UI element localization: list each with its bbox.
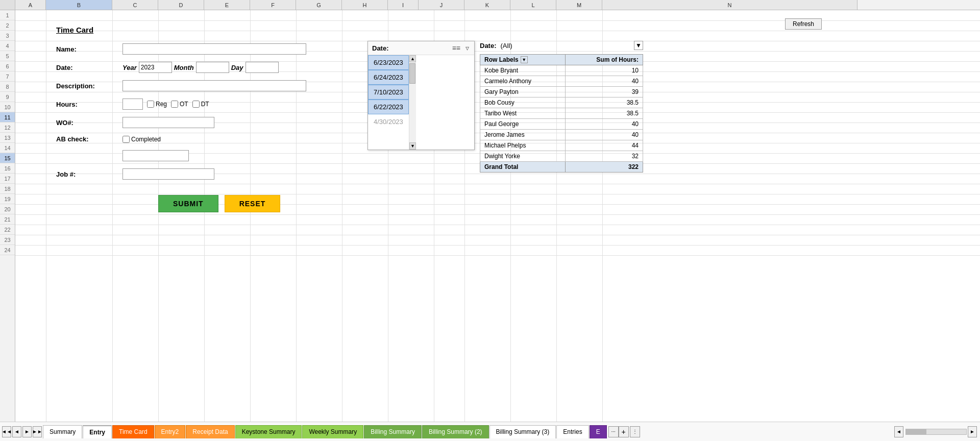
col-header-k[interactable]: K — [464, 0, 510, 10]
tab-billingsummary2[interactable]: Billing Summary (2) — [422, 425, 489, 438]
row-labels-header[interactable]: Row Labels ▼ — [480, 55, 566, 65]
ot-checkbox-label[interactable]: OT — [171, 101, 188, 108]
date-filter-icon[interactable]: ≡≡ — [451, 44, 461, 52]
name-input[interactable] — [122, 43, 306, 55]
scroll-thumb[interactable] — [409, 63, 415, 84]
dt-checkbox[interactable] — [192, 101, 200, 108]
date-item-2[interactable]: 7/10/2023 — [368, 85, 409, 100]
date-scrollbar: ▲ ▼ — [409, 55, 416, 150]
col-header-g[interactable]: G — [296, 0, 342, 10]
row-6: 6 — [0, 61, 15, 71]
col-header-l[interactable]: L — [510, 0, 556, 10]
col-header-i[interactable]: I — [388, 0, 419, 10]
description-input[interactable] — [122, 80, 306, 91]
date-item-3[interactable]: 6/22/2023 — [368, 100, 409, 114]
pivot-table-inner: Row Labels ▼ Sum of Hours: Kobe Bryant 1… — [480, 54, 643, 173]
tab-add-btn[interactable]: + — [619, 426, 629, 437]
pivot-date-label: Date: — [480, 42, 497, 50]
row-13: 13 — [0, 133, 15, 143]
pivot-row: Bob Cousy 38.5 — [480, 97, 643, 108]
dt-checkbox-label[interactable]: DT — [192, 101, 209, 108]
pivot-hours-cell: 39 — [565, 87, 643, 97]
tab-entry2[interactable]: Entry2 — [155, 425, 186, 438]
pivot-row: Gary Payton 39 — [480, 87, 643, 97]
tab-entries[interactable]: Entries — [556, 425, 589, 438]
hscroll-left-btn[interactable]: ◄ — [894, 426, 903, 437]
date-sort-icon[interactable]: ▿ — [464, 44, 470, 52]
reg-checkbox-label[interactable]: Reg — [147, 101, 167, 108]
pivot-hours-cell: 38.5 — [565, 97, 643, 108]
col-header-a[interactable]: A — [15, 0, 46, 10]
row-11: 11 — [0, 112, 15, 122]
reg-checkbox[interactable] — [147, 101, 154, 108]
row-22: 22 — [0, 225, 15, 235]
year-input[interactable] — [139, 62, 172, 73]
tab-weeklysummary[interactable]: Weekly Summary — [302, 425, 363, 438]
col-header-j[interactable]: J — [419, 0, 464, 10]
dt-label: DT — [201, 101, 209, 108]
tab-nav-prev[interactable]: ◄ — [12, 426, 21, 437]
reset-button[interactable]: RESET — [225, 195, 281, 212]
date-picker-list[interactable]: 6/23/2023 6/24/2023 7/10/2023 6/22/2023 … — [368, 55, 409, 150]
date-item-0[interactable]: 6/23/2023 — [368, 55, 409, 70]
row-18: 18 — [0, 184, 15, 194]
wo-input[interactable] — [122, 117, 214, 128]
tab-more-btn[interactable]: ··· — [608, 426, 619, 437]
tab-billingsummary[interactable]: Billing Summary — [364, 425, 422, 438]
tab-nav-next[interactable]: ► — [22, 426, 32, 437]
tab-nav-prev-prev[interactable]: ◄◄ — [2, 426, 11, 437]
col-header-e[interactable]: E — [204, 0, 250, 10]
date-picker-panel: Date: ≡≡ ▿ 6/23/2023 6/24/2023 7/10/2023… — [368, 41, 475, 150]
completed-checkbox-label[interactable]: Completed — [122, 136, 161, 143]
row-labels-filter-btn[interactable]: ▼ — [521, 56, 528, 63]
submit-button[interactable]: SUBMIT — [158, 195, 218, 212]
col-header-rownums — [0, 0, 15, 10]
pivot-name-cell: Paul George — [480, 119, 566, 130]
tab-nav-next-next[interactable]: ►► — [33, 426, 42, 437]
tab-timecard[interactable]: Time Card — [112, 425, 154, 438]
tab-billingsummary3[interactable]: Billing Summary (3) — [489, 425, 556, 438]
row-15: 15 — [0, 153, 15, 163]
pivot-name-cell: Michael Phelps — [480, 140, 566, 151]
month-input[interactable] — [196, 62, 229, 73]
hscroll-right-btn[interactable]: ► — [968, 426, 977, 437]
day-input[interactable] — [246, 62, 279, 73]
refresh-button[interactable]: Refresh — [785, 18, 822, 30]
pivot-name-cell: Bob Cousy — [480, 97, 566, 108]
scroll-up-btn[interactable]: ▲ — [409, 55, 416, 62]
col-header-f[interactable]: F — [250, 0, 296, 10]
hours-row: Hours: Reg OT DT — [56, 99, 306, 110]
col-header-m[interactable]: M — [556, 0, 602, 10]
abcheck-input-row — [56, 150, 306, 161]
ot-checkbox[interactable] — [171, 101, 178, 108]
hscroll-track[interactable] — [905, 429, 967, 435]
date-inputs: Year Month Day — [122, 62, 279, 73]
hscroll-thumb[interactable] — [906, 429, 926, 434]
job-input[interactable] — [122, 168, 214, 180]
tab-summary[interactable]: Summary — [43, 425, 82, 438]
row-17: 17 — [0, 174, 15, 184]
tab-keystonesummary[interactable]: Keystone Summary — [235, 425, 302, 438]
scroll-down-btn[interactable]: ▼ — [409, 142, 416, 150]
pivot-date-dropdown[interactable]: ▼ — [634, 41, 643, 50]
job-row: Job #: — [56, 168, 306, 180]
col-header-d[interactable]: D — [158, 0, 204, 10]
form-buttons: SUBMIT RESET — [158, 195, 306, 212]
completed-checkbox[interactable] — [122, 136, 130, 143]
row-3: 3 — [0, 31, 15, 41]
tab-e[interactable]: E — [590, 425, 607, 438]
date-picker-icons: ≡≡ ▿ — [451, 44, 470, 52]
col-header-c[interactable]: C — [112, 0, 158, 10]
tab-entry[interactable]: Entry — [83, 425, 112, 438]
col-header-b[interactable]: B — [46, 0, 112, 10]
tab-receiptdata[interactable]: Receipt Data — [186, 425, 234, 438]
date-item-1[interactable]: 6/24/2023 — [368, 70, 409, 85]
abcheck-input[interactable] — [122, 150, 189, 161]
date-item-4[interactable]: 4/30/2023 — [368, 114, 409, 129]
tab-options-btn[interactable]: ⋮ — [630, 426, 640, 437]
hours-input[interactable] — [122, 99, 143, 110]
col-header-h[interactable]: H — [342, 0, 388, 10]
date-picker-header: Date: ≡≡ ▿ — [368, 41, 474, 55]
abcheck-label: AB check: — [56, 135, 122, 143]
col-header-n[interactable]: N — [602, 0, 857, 10]
